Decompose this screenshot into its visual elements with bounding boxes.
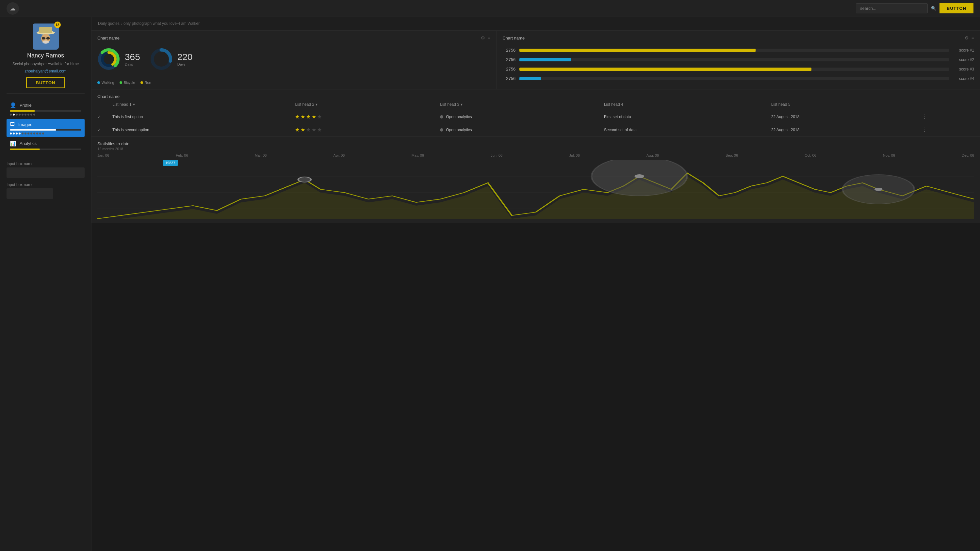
star-2-5: ★ xyxy=(317,127,322,133)
avatar-illustration xyxy=(33,24,59,49)
month-jan: Jan. 06 xyxy=(97,153,109,157)
row2-check: ✓ xyxy=(91,123,107,137)
search-input[interactable] xyxy=(856,3,928,13)
chart-center-1 xyxy=(635,174,644,178)
bar-value-4: 2756 xyxy=(503,76,515,81)
bar-row-3: 2756 score #3 xyxy=(503,67,974,71)
sidebar-item-analytics[interactable]: 📊 Analytics xyxy=(6,138,84,152)
bar-chart-settings-button[interactable]: ⚙ xyxy=(965,35,969,40)
month-oct: Oct. 06 xyxy=(805,153,816,157)
topnav-button[interactable]: BUTTON xyxy=(940,3,974,13)
profile-nav-label: Profile xyxy=(20,103,32,108)
bar-label-1: score #1 xyxy=(953,48,974,52)
open-analytics-button-2[interactable]: Open analytics xyxy=(446,128,472,132)
nav-dot xyxy=(30,133,32,135)
th-1: List head 1 ▾ xyxy=(107,99,289,110)
sidebar-item-profile[interactable]: 👤 Profile xyxy=(6,100,84,118)
nav-dot xyxy=(24,133,27,135)
star-2-4: ★ xyxy=(312,127,316,133)
checkmark-icon-1: ✓ xyxy=(97,114,100,119)
search-icon: 🔍 xyxy=(931,6,936,11)
bar-track-3 xyxy=(519,68,949,71)
row2-col1: This is second option xyxy=(107,123,289,137)
star-2-3: ★ xyxy=(306,127,311,133)
profile-email[interactable]: zhouhaiyan@email.com xyxy=(24,69,66,73)
legend-run: Run xyxy=(140,81,151,84)
bar-value-1: 2756 xyxy=(503,48,515,52)
nav-items: 👤 Profile xyxy=(6,100,84,152)
analytics-nav-icon: 📊 xyxy=(10,140,16,146)
bar-label-2: score #2 xyxy=(953,57,974,62)
chart-point-1 xyxy=(298,177,311,182)
th-2: List head 2 ▾ xyxy=(289,99,434,110)
ring2-label: Days xyxy=(177,62,193,66)
analytics-cell-2: Open analytics xyxy=(440,128,592,132)
avatar-badge: 12 xyxy=(54,22,61,28)
ring-svg-1 xyxy=(97,48,120,70)
ring-charts-row: 365 Days 220 Days xyxy=(97,44,490,74)
stats-card: Statisitics to date 12 months 2018 Jan. … xyxy=(91,137,980,223)
nav-dot xyxy=(22,114,24,116)
stars-cell-2: ★ ★ ★ ★ ★ xyxy=(295,127,428,133)
ring-chart-menu-button[interactable]: ≡ xyxy=(488,35,490,40)
star-1-1: ★ xyxy=(295,114,299,120)
analytics-progress-fill xyxy=(10,149,40,150)
analytics-cell-1: Open analytics xyxy=(440,114,592,119)
line-chart-svg xyxy=(97,160,974,219)
profile-button[interactable]: BUTTON xyxy=(26,77,65,88)
bar-fill-1 xyxy=(519,49,756,52)
row1-check: ✓ xyxy=(91,110,107,123)
row2-analytics: Open analytics xyxy=(434,123,598,137)
input1-field[interactable] xyxy=(6,167,84,178)
month-dec: Dec. 06 xyxy=(962,153,974,157)
table-card: Chart name List head 1 ▾ xyxy=(91,89,980,137)
bar-value-2: 2756 xyxy=(503,57,515,62)
kebab-button-1[interactable]: ⋮ xyxy=(922,114,927,120)
profile-progress-fill xyxy=(10,110,35,112)
cloud-icon-button[interactable]: ☁ xyxy=(6,2,19,15)
th-sort-2[interactable]: List head 2 ▾ xyxy=(295,102,318,107)
month-apr: Apr. 06 xyxy=(334,153,345,157)
svg-rect-2 xyxy=(39,27,52,33)
sidebar-inputs: Input box name Input box name xyxy=(6,162,84,199)
star-2-2: ★ xyxy=(301,127,305,133)
month-jun: Jun. 06 xyxy=(491,153,503,157)
bar-label-4: score #4 xyxy=(953,76,974,81)
th-label-2: List head 2 xyxy=(295,102,314,107)
ring-chart-settings-button[interactable]: ⚙ xyxy=(481,35,485,40)
kebab-button-2[interactable]: ⋮ xyxy=(922,127,927,133)
bar-label-3: score #3 xyxy=(953,67,974,71)
month-jul: Jul. 06 xyxy=(569,153,579,157)
nav-dot xyxy=(39,133,41,135)
th-sort-1[interactable]: List head 1 ▾ xyxy=(112,102,135,107)
th-label-1: List head 1 xyxy=(112,102,132,107)
th-sort-3[interactable]: List head 3 ▾ xyxy=(440,102,463,107)
topnav: ☁ 🔍 BUTTON xyxy=(0,0,980,17)
ring-chart-header: Chart name ⚙ ≡ xyxy=(97,35,490,40)
avatar-wrap: 12 xyxy=(33,24,59,49)
row2-stars: ★ ★ ★ ★ ★ xyxy=(289,123,434,137)
ring1-value: 365 xyxy=(125,52,140,62)
bar-track-4 xyxy=(519,77,949,80)
row1-col4: First set of data xyxy=(598,110,765,123)
row1-col5: 22 August. 2018 xyxy=(765,110,916,123)
bar-row-2: 2756 score #2 xyxy=(503,57,974,62)
nav-dot xyxy=(13,114,15,116)
th-4: List head 4 xyxy=(598,99,765,110)
star-1-2: ★ xyxy=(301,114,305,120)
nav-dot xyxy=(22,133,24,135)
table-header: Chart name xyxy=(91,89,980,99)
profile-bio: Sccial phopoyahper Available for hirac xyxy=(13,62,79,66)
tooltip-wrap: 19837 xyxy=(163,160,178,166)
nav-dot xyxy=(19,114,21,116)
open-analytics-button-1[interactable]: Open analytics xyxy=(446,114,472,119)
legend-walking: Walking xyxy=(97,81,115,84)
input2-field[interactable] xyxy=(6,188,53,199)
ring-chart-1: 365 Days xyxy=(97,48,140,70)
ring-svg-2 xyxy=(150,48,173,70)
daily-quote: Daily quotes：only photograph what you lo… xyxy=(91,17,980,31)
row1-analytics: Open analytics xyxy=(434,110,598,123)
checkmark-icon-2: ✓ xyxy=(97,128,100,132)
sidebar-item-images[interactable]: 🖼 Images xyxy=(6,119,84,137)
bar-chart-menu-button[interactable]: ≡ xyxy=(972,35,974,40)
